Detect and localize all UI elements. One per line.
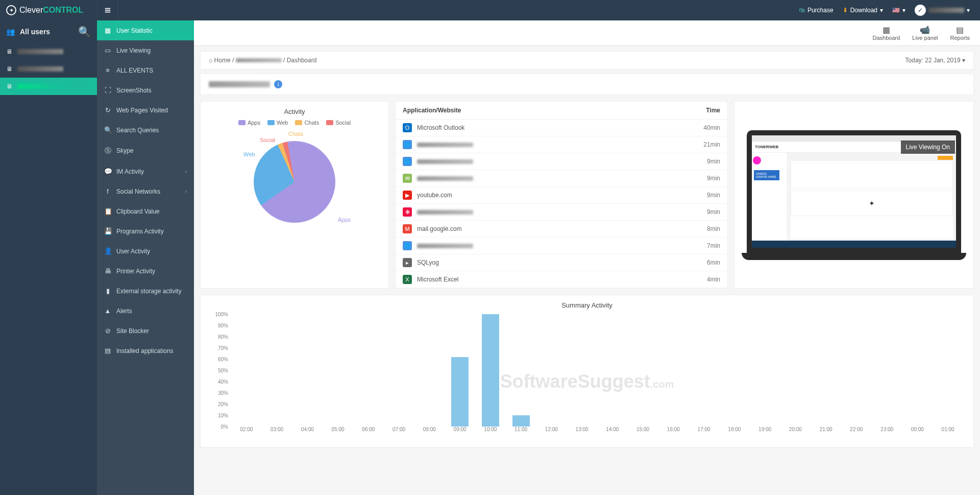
app-time: 9min [707, 158, 720, 165]
table-row[interactable]: 🌐21min [396, 136, 727, 153]
bar[interactable] [512, 415, 530, 427]
table-row[interactable]: ✉9min [396, 170, 727, 187]
live-panel-label: Live panel [912, 35, 938, 41]
download-label: Download [850, 7, 877, 14]
activity-card: Activity Apps Web Chats Social Chats Soc… [200, 101, 389, 289]
dashboard-button[interactable]: ▦ Dashboard [872, 25, 900, 41]
download-icon: ⬇ [843, 7, 848, 14]
app-name: Microsoft Excel [417, 276, 458, 283]
nav-item-site-blocker[interactable]: ⊘Site Blocker [97, 321, 194, 341]
table-row[interactable]: 🌐9min [396, 153, 727, 170]
bar[interactable] [482, 314, 499, 427]
nav-item-printer-activity[interactable]: 🖶Printer Activity [97, 261, 194, 281]
flag-icon: 🇺🇸 [892, 7, 900, 14]
nav-label: External storage activity [116, 288, 181, 295]
nav-item-social-networks[interactable]: fSocial Networks› [97, 181, 194, 201]
nav-label: Alerts [116, 308, 132, 315]
nav-item-user-statistic[interactable]: ▦User Statistic [97, 20, 194, 40]
x-tick: 19:00 [758, 427, 771, 432]
nav-label: Site Blocker [116, 327, 149, 335]
user-item-active[interactable]: 🖥 [0, 78, 97, 95]
account-menu[interactable]: ✓ ▾ [915, 5, 970, 16]
app-name: SQLyog [417, 259, 439, 266]
logo[interactable]: ✦ CleverCONTROL [0, 5, 97, 15]
nav-item-programs-activity[interactable]: 💾Programs Activity [97, 221, 194, 241]
app-icon: ✻ [403, 207, 412, 217]
users-icon: 👥 [6, 28, 15, 36]
chevron-right-icon: › [185, 188, 187, 194]
hamburger-button[interactable] [97, 0, 118, 20]
breadcrumb-home[interactable]: Home [214, 57, 231, 64]
x-tick: 03:00 [271, 427, 283, 432]
download-link[interactable]: ⬇ Download ▾ [843, 7, 883, 14]
app-icon: O [403, 123, 412, 132]
app-icon: 🌐 [403, 241, 412, 250]
nav-item-im-activity[interactable]: 💬IM Activity› [97, 161, 194, 181]
nav-item-all-events[interactable]: ≡ALL EVENTS [97, 60, 194, 80]
legend-apps[interactable]: Apps [238, 120, 260, 126]
summary-bar-chart: 100%90%80%70%60%50%40%30%20%10%0% 02:000… [211, 314, 963, 437]
table-row[interactable]: ▶youtube.com9min [396, 187, 727, 204]
home-icon[interactable]: ⌂ [209, 57, 212, 64]
view-toolbar: ▦ Dashboard 📹 Live panel ▤ Reports [194, 20, 980, 46]
app-name-blurred [417, 210, 473, 215]
nav-item-alerts[interactable]: ▲Alerts [97, 301, 194, 321]
legend-web[interactable]: Web [267, 120, 288, 126]
nav-item-installed-applications[interactable]: ▤Installed applications [97, 341, 194, 361]
nav-item-skype[interactable]: ⓈSkype [97, 140, 194, 161]
chevron-down-icon: ▾ [967, 7, 970, 14]
table-row[interactable]: ✻9min [396, 204, 727, 221]
nav-icon: 📋 [104, 207, 111, 215]
user-item[interactable]: 🖥 [0, 43, 97, 60]
sidebar-users: 👥 All users 🔍 🖥 🖥 🖥 [0, 20, 97, 495]
live-panel-button[interactable]: 📹 Live panel [912, 25, 938, 41]
nav-item-web-pages-visited[interactable]: ↻Web Pages Visited [97, 100, 194, 120]
chevron-down-icon: ▾ [880, 7, 883, 14]
nav-icon: ▭ [104, 46, 111, 54]
brand-part1: Clever [19, 6, 43, 14]
nav-item-external-storage-activity[interactable]: ▮External storage activity [97, 281, 194, 301]
nav-item-clipboard-value[interactable]: 📋Clipboard Value [97, 201, 194, 221]
x-tick: 13:00 [576, 427, 589, 432]
nav-item-search-queries[interactable]: 🔍Search Queries [97, 120, 194, 140]
live-viewing-card[interactable]: TONERWEB UKENS GRATIS VARE ✦ [734, 101, 974, 289]
legend-social[interactable]: Social [326, 120, 351, 126]
nav-label: Web Pages Visited [116, 107, 168, 114]
reports-button[interactable]: ▤ Reports [950, 25, 970, 41]
purchase-link[interactable]: 🛍 Purchase [799, 7, 834, 14]
language-selector[interactable]: 🇺🇸 ▾ [892, 7, 905, 14]
activity-pie-chart: Chats Social Web Apps [243, 131, 346, 233]
legend-chats[interactable]: Chats [295, 120, 319, 126]
app-icon: ▶ [403, 191, 412, 200]
date-picker[interactable]: Today: 22 Jan, 2019 ▾ [905, 57, 965, 64]
table-row[interactable]: XMicrosoft Excel4min [396, 271, 727, 288]
app-icon: M [403, 224, 412, 233]
nav-label: User Statistic [116, 27, 153, 34]
col-application: Application/Website [403, 107, 461, 114]
table-row[interactable]: ▸SQLyog6min [396, 254, 727, 271]
fake-sidebar: UKENS GRATIS VARE [752, 153, 788, 241]
nav-icon: ▤ [104, 347, 111, 355]
nav-item-screenshots[interactable]: ⛶ScreenShots [97, 80, 194, 100]
x-tick: 10:00 [484, 427, 497, 432]
search-icon[interactable]: 🔍 [78, 26, 91, 38]
nav-item-user-activity[interactable]: 👤User Activity [97, 241, 194, 261]
info-icon[interactable]: i [274, 80, 282, 88]
y-tick: 40% [218, 379, 228, 385]
nav-icon: 💾 [104, 227, 111, 235]
table-row[interactable]: OMicrosoft Outlook40min [396, 120, 727, 136]
nav-item-live-viewing[interactable]: ▭Live Viewing [97, 40, 194, 60]
table-row[interactable]: Mmail.google.com8min [396, 221, 727, 238]
chevron-right-icon: › [185, 169, 187, 174]
user-item[interactable]: 🖥 [0, 60, 97, 78]
bar[interactable] [451, 357, 469, 427]
fake-content: ✦ [791, 156, 953, 239]
table-row[interactable]: 🌐7min [396, 238, 727, 254]
all-users-header[interactable]: 👥 All users 🔍 [0, 20, 97, 43]
app-table-card: Application/Website Time OMicrosoft Outl… [395, 101, 728, 289]
app-time: 4min [707, 276, 720, 283]
x-tick: 18:00 [728, 427, 741, 432]
topbar: ✦ CleverCONTROL 🛍 Purchase ⬇ Download ▾ … [0, 0, 980, 20]
x-tick: 17:00 [698, 427, 710, 432]
shield-icon: ✓ [915, 5, 926, 16]
